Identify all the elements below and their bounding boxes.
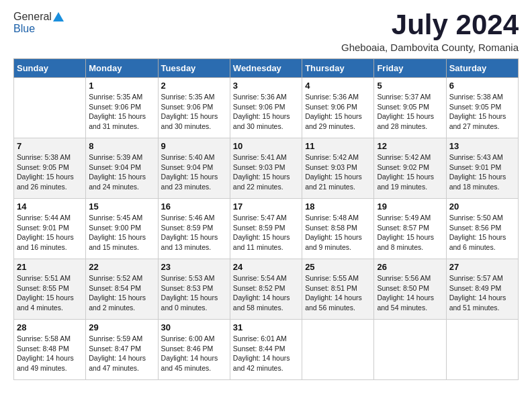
calendar-cell: 11Sunrise: 5:42 AM Sunset: 9:03 PM Dayli… [302, 138, 374, 199]
calendar-cell: 4Sunrise: 5:36 AM Sunset: 9:06 PM Daylig… [302, 78, 374, 138]
day-number: 15 [89, 201, 154, 212]
day-header-saturday: Saturday [446, 59, 518, 78]
week-row-3: 14Sunrise: 5:44 AM Sunset: 9:01 PM Dayli… [14, 199, 519, 259]
calendar-cell [374, 320, 446, 380]
day-info: Sunrise: 5:52 AM Sunset: 8:54 PM Dayligh… [89, 273, 154, 313]
day-number: 31 [233, 322, 299, 332]
day-info: Sunrise: 5:46 AM Sunset: 8:59 PM Dayligh… [161, 213, 227, 253]
week-row-5: 28Sunrise: 5:58 AM Sunset: 8:48 PM Dayli… [14, 320, 519, 380]
calendar-body: 1Sunrise: 5:35 AM Sunset: 9:06 PM Daylig… [14, 78, 519, 380]
day-info: Sunrise: 5:48 AM Sunset: 8:58 PM Dayligh… [305, 213, 371, 253]
day-number: 21 [17, 262, 83, 272]
day-number: 11 [305, 141, 371, 151]
day-number: 1 [89, 81, 154, 91]
day-number: 18 [305, 201, 371, 212]
calendar-cell: 6Sunrise: 5:38 AM Sunset: 9:05 PM Daylig… [446, 78, 518, 138]
day-info: Sunrise: 5:57 AM Sunset: 8:49 PM Dayligh… [449, 273, 515, 313]
days-of-week-row: SundayMondayTuesdayWednesdayThursdayFrid… [14, 59, 519, 78]
calendar-cell: 2Sunrise: 5:35 AM Sunset: 9:06 PM Daylig… [158, 78, 230, 138]
day-info: Sunrise: 5:40 AM Sunset: 9:04 PM Dayligh… [161, 152, 227, 192]
day-number: 16 [161, 201, 227, 212]
day-info: Sunrise: 5:39 AM Sunset: 9:04 PM Dayligh… [89, 152, 154, 192]
calendar-cell: 22Sunrise: 5:52 AM Sunset: 8:54 PM Dayli… [86, 259, 158, 320]
calendar-cell: 23Sunrise: 5:53 AM Sunset: 8:53 PM Dayli… [158, 259, 230, 320]
calendar-cell: 29Sunrise: 5:59 AM Sunset: 8:47 PM Dayli… [86, 320, 158, 380]
day-info: Sunrise: 6:01 AM Sunset: 8:44 PM Dayligh… [233, 334, 299, 373]
day-header-thursday: Thursday [302, 59, 374, 78]
day-info: Sunrise: 6:00 AM Sunset: 8:46 PM Dayligh… [161, 334, 227, 373]
day-info: Sunrise: 5:45 AM Sunset: 9:00 PM Dayligh… [89, 213, 154, 253]
title-block: July 2024 Gheboaia, Dambovita County, Ro… [341, 11, 519, 53]
day-number: 3 [233, 81, 299, 91]
week-row-2: 7Sunrise: 5:38 AM Sunset: 9:05 PM Daylig… [14, 138, 519, 199]
day-info: Sunrise: 5:36 AM Sunset: 9:06 PM Dayligh… [305, 92, 371, 132]
calendar-cell: 14Sunrise: 5:44 AM Sunset: 9:01 PM Dayli… [14, 199, 86, 259]
day-info: Sunrise: 5:43 AM Sunset: 9:01 PM Dayligh… [449, 152, 515, 192]
calendar-header: SundayMondayTuesdayWednesdayThursdayFrid… [14, 59, 519, 78]
calendar-cell: 5Sunrise: 5:37 AM Sunset: 9:05 PM Daylig… [374, 78, 446, 138]
calendar-cell [302, 320, 374, 380]
day-header-sunday: Sunday [14, 59, 86, 78]
header: General Blue July 2024 Gheboaia, Dambovi… [13, 11, 519, 53]
day-info: Sunrise: 5:35 AM Sunset: 9:06 PM Dayligh… [161, 92, 227, 132]
day-header-tuesday: Tuesday [158, 59, 230, 78]
calendar-cell: 26Sunrise: 5:56 AM Sunset: 8:50 PM Dayli… [374, 259, 446, 320]
calendar-cell: 12Sunrise: 5:42 AM Sunset: 9:02 PM Dayli… [374, 138, 446, 199]
day-info: Sunrise: 5:50 AM Sunset: 8:56 PM Dayligh… [449, 213, 515, 253]
day-info: Sunrise: 5:42 AM Sunset: 9:03 PM Dayligh… [305, 152, 371, 192]
calendar-cell [14, 78, 86, 138]
day-number: 17 [233, 201, 299, 212]
logo-triangle-icon [53, 12, 64, 21]
day-number: 20 [449, 201, 515, 212]
day-number: 4 [305, 81, 371, 91]
day-info: Sunrise: 5:44 AM Sunset: 9:01 PM Dayligh… [17, 213, 83, 253]
day-info: Sunrise: 5:51 AM Sunset: 8:55 PM Dayligh… [17, 273, 83, 313]
week-row-4: 21Sunrise: 5:51 AM Sunset: 8:55 PM Dayli… [14, 259, 519, 320]
day-number: 26 [377, 262, 443, 272]
calendar-cell: 16Sunrise: 5:46 AM Sunset: 8:59 PM Dayli… [158, 199, 230, 259]
day-info: Sunrise: 5:47 AM Sunset: 8:59 PM Dayligh… [233, 213, 299, 253]
calendar-table: SundayMondayTuesdayWednesdayThursdayFrid… [13, 58, 519, 380]
day-number: 22 [89, 262, 154, 272]
day-info: Sunrise: 5:55 AM Sunset: 8:51 PM Dayligh… [305, 273, 371, 313]
calendar-cell: 30Sunrise: 6:00 AM Sunset: 8:46 PM Dayli… [158, 320, 230, 380]
calendar-cell: 10Sunrise: 5:41 AM Sunset: 9:03 PM Dayli… [230, 138, 302, 199]
day-number: 7 [17, 141, 83, 151]
day-header-monday: Monday [86, 59, 158, 78]
day-number: 6 [449, 81, 515, 91]
calendar-cell [446, 320, 518, 380]
day-info: Sunrise: 5:58 AM Sunset: 8:48 PM Dayligh… [17, 334, 83, 373]
day-number: 9 [161, 141, 227, 151]
day-header-wednesday: Wednesday [230, 59, 302, 78]
calendar-page: General Blue July 2024 Gheboaia, Dambovi… [0, 0, 532, 394]
day-info: Sunrise: 5:59 AM Sunset: 8:47 PM Dayligh… [89, 334, 154, 373]
day-info: Sunrise: 5:35 AM Sunset: 9:06 PM Dayligh… [89, 92, 154, 132]
calendar-cell: 15Sunrise: 5:45 AM Sunset: 9:00 PM Dayli… [86, 199, 158, 259]
day-number: 5 [377, 81, 443, 91]
day-info: Sunrise: 5:54 AM Sunset: 8:52 PM Dayligh… [233, 273, 299, 313]
day-info: Sunrise: 5:53 AM Sunset: 8:53 PM Dayligh… [161, 273, 227, 313]
calendar-cell: 1Sunrise: 5:35 AM Sunset: 9:06 PM Daylig… [86, 78, 158, 138]
calendar-cell: 20Sunrise: 5:50 AM Sunset: 8:56 PM Dayli… [446, 199, 518, 259]
calendar-cell: 17Sunrise: 5:47 AM Sunset: 8:59 PM Dayli… [230, 199, 302, 259]
logo: General Blue [13, 11, 64, 35]
day-number: 27 [449, 262, 515, 272]
day-info: Sunrise: 5:37 AM Sunset: 9:05 PM Dayligh… [377, 92, 443, 132]
week-row-1: 1Sunrise: 5:35 AM Sunset: 9:06 PM Daylig… [14, 78, 519, 138]
calendar-cell: 3Sunrise: 5:36 AM Sunset: 9:06 PM Daylig… [230, 78, 302, 138]
day-number: 25 [305, 262, 371, 272]
calendar-cell: 18Sunrise: 5:48 AM Sunset: 8:58 PM Dayli… [302, 199, 374, 259]
calendar-cell: 27Sunrise: 5:57 AM Sunset: 8:49 PM Dayli… [446, 259, 518, 320]
calendar-cell: 13Sunrise: 5:43 AM Sunset: 9:01 PM Dayli… [446, 138, 518, 199]
day-number: 23 [161, 262, 227, 272]
day-info: Sunrise: 5:42 AM Sunset: 9:02 PM Dayligh… [377, 152, 443, 192]
day-number: 24 [233, 262, 299, 272]
calendar-cell: 28Sunrise: 5:58 AM Sunset: 8:48 PM Dayli… [14, 320, 86, 380]
calendar-cell: 7Sunrise: 5:38 AM Sunset: 9:05 PM Daylig… [14, 138, 86, 199]
day-info: Sunrise: 5:36 AM Sunset: 9:06 PM Dayligh… [233, 92, 299, 132]
day-info: Sunrise: 5:38 AM Sunset: 9:05 PM Dayligh… [17, 152, 83, 192]
day-number: 10 [233, 141, 299, 151]
day-number: 13 [449, 141, 515, 151]
calendar-cell: 9Sunrise: 5:40 AM Sunset: 9:04 PM Daylig… [158, 138, 230, 199]
logo-blue-text: Blue [13, 23, 35, 35]
